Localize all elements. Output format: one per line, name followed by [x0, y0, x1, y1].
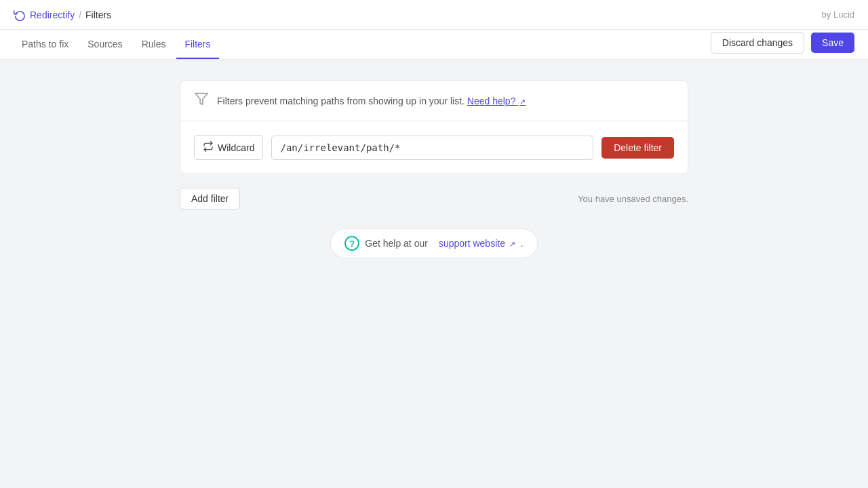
- support-icon: ?: [344, 236, 359, 251]
- discard-button[interactable]: Discard changes: [711, 32, 804, 54]
- breadcrumb-separator: /: [79, 9, 81, 20]
- tab-paths[interactable]: Paths to fix: [14, 30, 77, 59]
- wildcard-icon: [203, 141, 214, 154]
- breadcrumb: Redirectify / Filters: [14, 9, 111, 21]
- footer-area: Add filter You have unsaved changes.: [180, 188, 688, 209]
- tabs-container: Paths to fix Sources Rules Filters: [14, 30, 222, 59]
- wildcard-label: Wildcard: [218, 142, 254, 153]
- tab-filters[interactable]: Filters: [176, 30, 218, 59]
- app-name[interactable]: Redirectify: [30, 9, 75, 20]
- by-label: by Lucid: [822, 9, 854, 20]
- toolbar-buttons: Discard changes Save: [711, 32, 854, 59]
- page-name: Filters: [85, 9, 111, 20]
- add-filter-button[interactable]: Add filter: [180, 188, 240, 209]
- unsaved-notice: You have unsaved changes.: [578, 194, 688, 204]
- support-link[interactable]: support website ↗: [439, 238, 515, 249]
- app-header: Redirectify / Filters by Lucid: [0, 0, 868, 30]
- support-text-after: .: [521, 238, 524, 249]
- info-text: Filters prevent matching paths from show…: [217, 96, 526, 106]
- support-text-before: Get help at our: [365, 238, 428, 249]
- tab-rules[interactable]: Rules: [134, 30, 174, 59]
- filters-card: Filters prevent matching paths from show…: [180, 80, 688, 174]
- filter-input[interactable]: [271, 136, 593, 160]
- external-link-icon: ↗: [519, 98, 526, 106]
- filter-icon: [194, 92, 209, 110]
- support-external-icon: ↗: [509, 240, 515, 248]
- need-help-link[interactable]: Need help? ↗: [467, 96, 526, 106]
- svg-marker-0: [195, 94, 208, 105]
- support-widget: ? Get help at our support website ↗ .: [330, 228, 537, 258]
- tab-sources[interactable]: Sources: [79, 30, 130, 59]
- nav-tabs: Paths to fix Sources Rules Filters Disca…: [0, 30, 868, 60]
- info-banner: Filters prevent matching paths from show…: [180, 81, 688, 121]
- filter-row: Wildcard Delete filter: [180, 121, 688, 174]
- wildcard-selector[interactable]: Wildcard: [194, 135, 263, 160]
- delete-filter-button[interactable]: Delete filter: [601, 137, 674, 159]
- app-icon: [14, 9, 26, 21]
- save-button[interactable]: Save: [811, 33, 854, 53]
- main-content: Filters prevent matching paths from show…: [0, 60, 868, 279]
